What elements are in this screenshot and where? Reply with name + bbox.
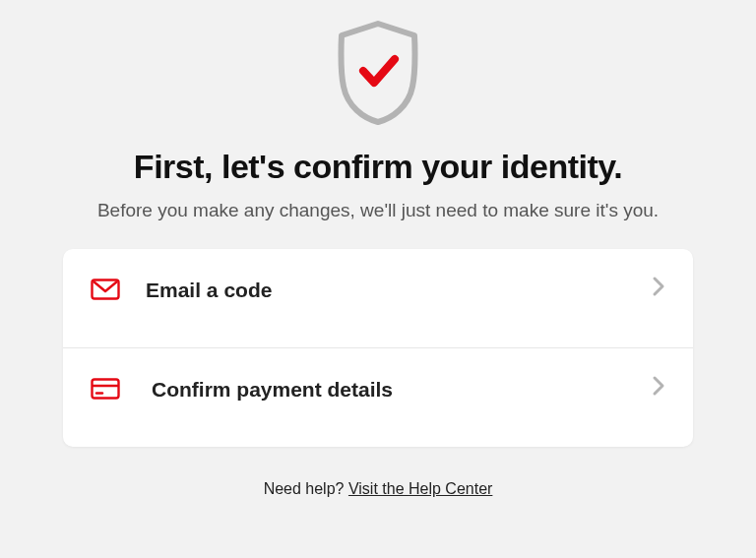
help-footer: Need help? Visit the Help Center — [264, 480, 493, 498]
page-title: First, let's confirm your identity. — [134, 148, 622, 186]
help-prompt: Need help? — [264, 480, 348, 497]
option-email-code[interactable]: Email a code — [63, 249, 693, 347]
verification-options-card: Email a code Confirm payment details — [63, 249, 693, 447]
card-icon — [91, 378, 122, 403]
svg-rect-1 — [93, 380, 119, 399]
page-subtitle: Before you make any changes, we'll just … — [97, 200, 659, 221]
chevron-right-icon — [652, 276, 665, 301]
help-center-link[interactable]: Visit the Help Center — [348, 480, 492, 497]
option-confirm-payment[interactable]: Confirm payment details — [63, 347, 693, 447]
envelope-icon — [91, 279, 122, 304]
option-label: Confirm payment details — [152, 378, 640, 402]
shield-check-icon — [330, 18, 426, 130]
chevron-right-icon — [652, 375, 665, 401]
option-label: Email a code — [146, 279, 640, 302]
